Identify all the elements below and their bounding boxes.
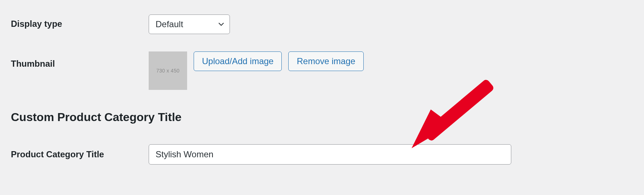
display-type-select[interactable]: Default: [149, 14, 230, 34]
upload-image-button[interactable]: Upload/Add image: [194, 51, 282, 71]
remove-image-button[interactable]: Remove image: [288, 51, 363, 71]
product-category-title-input[interactable]: [149, 144, 511, 165]
thumbnail-row: Thumbnail 730 x 450 Upload/Add image Rem…: [11, 51, 633, 90]
display-type-select-value: Default: [149, 14, 230, 34]
svg-marker-1: [412, 109, 451, 148]
product-category-title-label: Product Category Title: [11, 144, 149, 160]
thumbnail-label: Thumbnail: [11, 51, 149, 69]
thumbnail-placeholder-text: 730 x 450: [156, 68, 179, 74]
product-category-title-row: Product Category Title: [11, 144, 633, 165]
thumbnail-placeholder[interactable]: 730 x 450: [149, 51, 187, 90]
display-type-label: Display type: [11, 14, 149, 29]
thumbnail-control: 730 x 450 Upload/Add image Remove image: [149, 51, 633, 90]
custom-product-category-title-heading: Custom Product Category Title: [11, 111, 182, 124]
product-category-title-control: [149, 144, 633, 165]
display-type-row: Display type Default: [11, 14, 633, 34]
display-type-control: Default: [149, 14, 633, 34]
